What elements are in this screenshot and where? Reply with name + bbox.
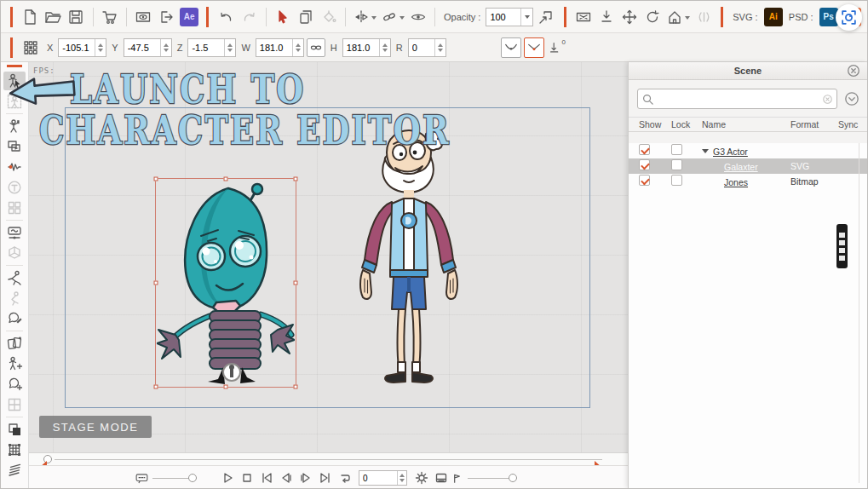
new-project-button[interactable] bbox=[20, 6, 40, 28]
collapsed-dock-toolbar[interactable] bbox=[836, 224, 848, 268]
show-checkbox[interactable] bbox=[639, 175, 650, 186]
x-input[interactable] bbox=[59, 39, 95, 56]
stop-button[interactable] bbox=[238, 469, 256, 487]
visibility-button[interactable] bbox=[408, 6, 428, 28]
layer-order-button[interactable] bbox=[3, 420, 26, 439]
timeline-scrubber[interactable] bbox=[29, 452, 629, 465]
link-tool-button[interactable] bbox=[380, 6, 405, 28]
caption-slider[interactable] bbox=[152, 472, 197, 484]
x-spinner[interactable] bbox=[95, 39, 106, 56]
frame-input[interactable] bbox=[359, 471, 397, 485]
opacity-dropdown[interactable] bbox=[520, 9, 532, 26]
scene-row-g3actor[interactable]: G3 Actor bbox=[629, 143, 867, 158]
loop-button[interactable] bbox=[336, 469, 354, 487]
camera-view-button[interactable] bbox=[573, 6, 594, 28]
show-checkbox[interactable] bbox=[639, 159, 650, 170]
resize-handle-n[interactable] bbox=[224, 177, 228, 181]
add-face-button[interactable] bbox=[3, 375, 26, 394]
caption-button[interactable] bbox=[133, 469, 151, 487]
character-jones[interactable] bbox=[354, 127, 465, 389]
lock-checkbox[interactable] bbox=[671, 175, 682, 186]
select-tool-button[interactable] bbox=[273, 6, 293, 28]
resize-handle-w[interactable] bbox=[154, 281, 158, 285]
frame-spinner[interactable] bbox=[397, 471, 406, 485]
illustrator-button[interactable]: Ai bbox=[763, 6, 784, 28]
zoom-slider[interactable] bbox=[468, 472, 517, 484]
set-anchor-button[interactable] bbox=[596, 6, 617, 28]
panel-scrollbar[interactable] bbox=[859, 143, 859, 483]
ease-sharp-button[interactable] bbox=[524, 37, 544, 58]
go-to-end-button[interactable] bbox=[316, 469, 334, 487]
motion-library-button[interactable] bbox=[3, 117, 26, 135]
rotate-tool-button[interactable] bbox=[642, 6, 663, 28]
layer-name[interactable]: Jones bbox=[724, 177, 748, 187]
screen-capture-button[interactable] bbox=[836, 4, 862, 31]
timeline-flag-button[interactable] bbox=[448, 469, 466, 487]
clear-search-icon[interactable] bbox=[822, 94, 833, 105]
resize-handle-ne[interactable] bbox=[294, 177, 298, 181]
add-body-part-button[interactable] bbox=[3, 354, 26, 373]
mesh-deform-button[interactable] bbox=[3, 440, 26, 459]
lock-checkbox[interactable] bbox=[671, 159, 682, 170]
previous-frame-button[interactable] bbox=[277, 469, 295, 487]
scene-props-button[interactable] bbox=[3, 395, 26, 414]
next-frame-button[interactable] bbox=[296, 469, 314, 487]
sprite-cards-button[interactable] bbox=[3, 334, 26, 353]
z-input[interactable] bbox=[188, 39, 224, 56]
export-button[interactable] bbox=[156, 6, 176, 28]
text-tool-button[interactable] bbox=[3, 178, 26, 197]
flip-horizontal-button[interactable] bbox=[352, 6, 377, 28]
after-effects-export-button[interactable]: Ae bbox=[179, 6, 199, 28]
y-input[interactable] bbox=[124, 39, 160, 56]
send-to-editor-button[interactable] bbox=[536, 6, 556, 28]
selection-bounds[interactable] bbox=[155, 178, 296, 388]
search-input[interactable] bbox=[657, 94, 819, 104]
scrubber-knob[interactable] bbox=[43, 455, 52, 463]
content-store-button[interactable] bbox=[100, 6, 120, 28]
motion-path-button[interactable] bbox=[3, 268, 26, 287]
stage-canvas[interactable]: FPS: bbox=[29, 62, 629, 452]
mirror-button[interactable] bbox=[693, 6, 714, 28]
filter-dropdown-button[interactable] bbox=[842, 90, 860, 108]
h-input[interactable] bbox=[343, 39, 379, 56]
props-button[interactable] bbox=[3, 198, 26, 217]
svg-import-button[interactable] bbox=[3, 223, 26, 242]
fill-color-button[interactable] bbox=[319, 6, 339, 28]
w-spinner[interactable] bbox=[292, 39, 303, 56]
redo-button[interactable] bbox=[239, 6, 260, 28]
scene-panel-close-button[interactable] bbox=[847, 64, 860, 78]
h-spinner[interactable] bbox=[379, 39, 390, 56]
w-input[interactable] bbox=[256, 39, 292, 56]
ease-smooth-button[interactable] bbox=[501, 37, 521, 58]
scrubber-track[interactable] bbox=[55, 459, 602, 460]
reset-home-button[interactable] bbox=[665, 6, 691, 28]
move-tool-button[interactable] bbox=[619, 6, 640, 28]
playback-settings-button[interactable] bbox=[412, 469, 430, 487]
go-to-start-button[interactable] bbox=[257, 469, 275, 487]
layer-name[interactable]: G3 Actor bbox=[713, 147, 748, 157]
opacity-input[interactable] bbox=[486, 9, 520, 26]
resize-handle-s[interactable] bbox=[224, 385, 228, 389]
play-button[interactable] bbox=[218, 469, 236, 487]
r-input[interactable] bbox=[409, 39, 434, 56]
audio-button[interactable] bbox=[3, 158, 26, 176]
export-image-button[interactable] bbox=[133, 6, 153, 28]
spring-bones-button[interactable] bbox=[3, 461, 26, 480]
lock-aspect-button[interactable] bbox=[307, 38, 325, 57]
scene-panel-header[interactable]: Scene bbox=[629, 62, 867, 80]
pivot-grid-button[interactable] bbox=[20, 37, 42, 59]
resize-handle-e[interactable] bbox=[294, 281, 298, 285]
resize-handle-sw[interactable] bbox=[154, 385, 158, 389]
y-spinner[interactable] bbox=[160, 39, 171, 56]
r-spinner[interactable] bbox=[434, 39, 445, 56]
undo-button[interactable] bbox=[216, 6, 236, 28]
scene-row-jones[interactable]: Jones Bitmap bbox=[629, 174, 867, 189]
scene-row-galaxter[interactable]: Galaxter SVG bbox=[629, 158, 867, 174]
media-library-button[interactable] bbox=[3, 137, 26, 156]
expand-caret[interactable] bbox=[702, 149, 709, 157]
render-preview-button[interactable] bbox=[432, 469, 450, 487]
save-project-button[interactable] bbox=[66, 6, 86, 28]
duplicate-button[interactable] bbox=[296, 6, 316, 28]
motion-clip-button[interactable] bbox=[3, 289, 26, 308]
face-edit-button[interactable] bbox=[3, 309, 26, 328]
